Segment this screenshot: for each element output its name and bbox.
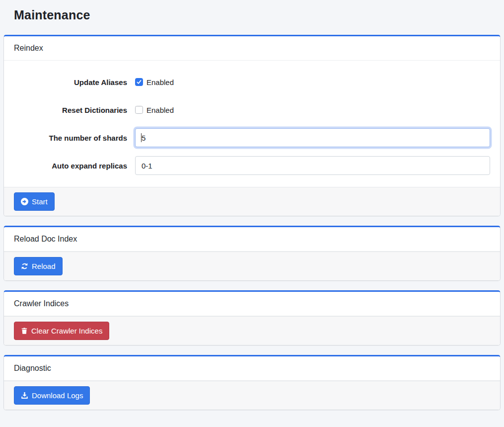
reindex-card-body: Update Aliases Enabled Reset Dictionarie… (4, 61, 500, 187)
update-aliases-row: Update Aliases Enabled (14, 73, 490, 91)
crawler-indices-card-header: Crawler Indices (4, 292, 500, 316)
update-aliases-checkbox-label: Enabled (146, 78, 174, 86)
reload-button[interactable]: Reload (14, 257, 63, 275)
reset-dictionaries-row: Reset Dictionaries Enabled (14, 100, 490, 119)
update-aliases-checkbox[interactable] (135, 78, 143, 86)
reset-dictionaries-checkbox-label: Enabled (146, 106, 174, 114)
check-icon (136, 79, 142, 85)
download-icon (21, 392, 28, 399)
sync-icon (21, 262, 28, 270)
start-button[interactable]: Start (14, 192, 55, 211)
diagnostic-card-footer: Download Logs (4, 381, 500, 410)
number-of-shards-row: The number of shards (14, 128, 490, 147)
auto-expand-replicas-input[interactable] (135, 156, 490, 175)
page-title: Maintenance (14, 7, 490, 22)
crawler-indices-card-footer: Clear Crawler Indices (4, 316, 500, 345)
auto-expand-replicas-label: Auto expand replicas (14, 162, 135, 170)
update-aliases-label: Update Aliases (14, 78, 135, 86)
arrow-circle-right-icon (21, 198, 28, 205)
reload-doc-index-card: Reload Doc Index Reload (3, 226, 501, 281)
diagnostic-card: Diagnostic Download Logs (3, 355, 501, 410)
reset-dictionaries-label: Reset Dictionaries (14, 106, 135, 114)
crawler-indices-card: Crawler Indices Clear Crawler Indices (3, 290, 501, 345)
trash-icon (21, 327, 28, 335)
reindex-card-footer: Start (4, 187, 500, 216)
download-logs-button[interactable]: Download Logs (14, 386, 90, 405)
auto-expand-replicas-row: Auto expand replicas (14, 156, 490, 175)
number-of-shards-label: The number of shards (14, 134, 135, 142)
diagnostic-card-header: Diagnostic (4, 356, 500, 381)
reload-doc-index-card-header: Reload Doc Index (4, 227, 500, 252)
text-caret (141, 133, 142, 142)
reindex-card-header: Reindex (4, 36, 500, 61)
reload-doc-index-card-footer: Reload (4, 252, 500, 280)
clear-crawler-indices-button[interactable]: Clear Crawler Indices (14, 322, 109, 340)
number-of-shards-input[interactable] (135, 128, 490, 147)
reindex-card: Reindex Update Aliases Enabled Reset Dic… (3, 35, 501, 216)
reset-dictionaries-checkbox[interactable] (135, 106, 143, 114)
page-header: Maintenance (0, 0, 504, 35)
